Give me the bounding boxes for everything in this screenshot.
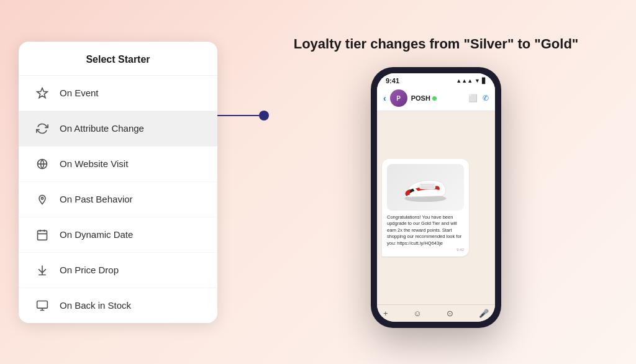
contact-name: POSH [411,94,430,102]
menu-item-label-website_visit: On Website Visit [60,158,128,169]
menu-item-label-dynamic_date: On Dynamic Date [60,229,133,240]
phone-mockup: 9:41 ▲▲▲ ▼ ▊ ‹ P POSH [371,67,501,328]
phone-screen: 9:41 ▲▲▲ ▼ ▊ ‹ P POSH [377,73,495,322]
video-call-icon[interactable]: ⬜ [468,94,478,102]
menu-item-back_in_stock[interactable]: On Back in Stock [19,288,217,323]
chat-area: Congratulations! You have been updgrade … [377,111,495,304]
status-bar: 9:41 ▲▲▲ ▼ ▊ [377,73,495,87]
menu-item-attribute_change[interactable]: On Attribute Change [19,111,217,147]
chat-input-bar: + ☺ ⊙ 🎤 [377,304,495,322]
attribute_change-icon [34,120,51,137]
menu-item-label-attribute_change: On Attribute Change [60,123,144,134]
header-actions: ⬜ ✆ [468,94,489,102]
right-section: Loyalty tier changes from "Silver" to "G… [217,36,617,328]
website_visit-icon [34,155,51,173]
menu-item-website_visit[interactable]: On Website Visit [19,147,217,182]
avatar-text: P [396,95,401,102]
past_behavior-icon [34,191,51,208]
scenario-title: Loyalty tier changes from "Silver" to "G… [294,36,579,52]
starter-menu-panel: Select Starter On EventOn Attribute Chan… [19,42,217,323]
avatar: P [390,89,407,107]
add-icon[interactable]: + [383,309,388,318]
emoji-icon[interactable]: ☺ [413,309,421,318]
dynamic_date-icon [34,226,51,243]
signal-icon: ▲▲▲ [456,78,473,84]
connector-dot [259,111,269,121]
menu-item-label-price_drop: On Price Drop [60,265,119,275]
menu-item-past_behavior[interactable]: On Past Behavior [19,182,217,217]
svg-marker-0 [37,88,48,98]
menu-item-label-back_in_stock: On Back in Stock [60,300,131,311]
sneaker-illustration [401,170,450,204]
message-time: 9:42 [387,248,464,252]
menu-item-label-event: On Event [60,88,99,98]
menu-items-list: On EventOn Attribute ChangeOn Website Vi… [19,76,217,323]
menu-item-label-past_behavior: On Past Behavior [60,194,133,204]
status-icons: ▲▲▲ ▼ ▊ [456,78,486,84]
product-image [387,164,464,211]
connector [214,111,269,121]
voice-call-icon[interactable]: ✆ [483,94,489,102]
app-header: ‹ P POSH ⬜ ✆ [377,87,495,111]
menu-item-price_drop[interactable]: On Price Drop [19,253,217,288]
message-text: Congratulations! You have been updgrade … [387,214,464,247]
battery-icon: ▊ [482,78,486,84]
menu-item-dynamic_date[interactable]: On Dynamic Date [19,217,217,253]
menu-item-event[interactable]: On Event [19,76,217,111]
panel-title: Select Starter [86,54,150,65]
phone-frame: 9:41 ▲▲▲ ▼ ▊ ‹ P POSH [371,67,501,328]
wifi-icon: ▼ [475,78,480,84]
message-bubble: Congratulations! You have been updgrade … [382,159,469,257]
back-button[interactable]: ‹ [383,93,386,103]
panel-header: Select Starter [19,42,217,76]
contact-info: POSH [411,94,465,102]
online-status-dot [432,96,437,101]
svg-rect-2 [38,230,47,240]
price_drop-icon [34,262,51,279]
connector-line [214,115,259,116]
event-icon [34,84,51,102]
status-time: 9:41 [386,77,399,84]
sticker-icon[interactable]: ⊙ [447,309,453,318]
mic-icon[interactable]: 🎤 [479,309,489,318]
svg-rect-8 [37,301,48,308]
svg-point-1 [41,197,43,199]
back_in_stock-icon [34,297,51,314]
